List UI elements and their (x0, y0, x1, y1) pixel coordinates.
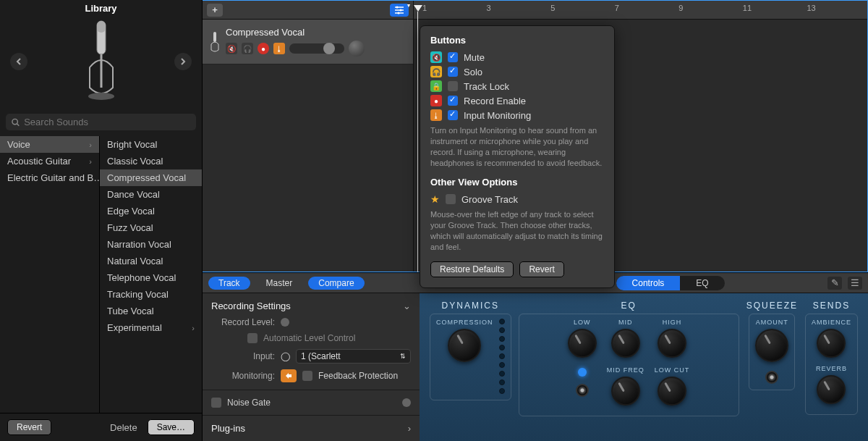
groove-track-label: Groove Track (461, 194, 518, 205)
library-back-button[interactable] (10, 53, 27, 70)
stereo-toggle-icon[interactable]: ◯ (281, 351, 290, 361)
playhead-line (417, 12, 418, 272)
ruler-tick: 1 (422, 4, 427, 12)
preset-item[interactable]: Narration Vocal (100, 236, 202, 253)
svg-point-9 (400, 9, 402, 11)
ruler-tick: 11 (743, 4, 752, 12)
input monitoring-icon: ⭳ (430, 109, 442, 121)
auto-level-checkbox[interactable] (247, 333, 258, 343)
category-item[interactable]: Electric Guitar and B…› (0, 169, 99, 186)
feedback-protection-label: Feedback Protection (318, 371, 398, 381)
popover-monitoring-description: Turn on Input Monitoring to hear sound f… (430, 125, 604, 168)
input-select[interactable]: 1 (Scarlett ⇅ (296, 349, 411, 364)
playhead-icon[interactable] (414, 5, 422, 12)
master-tab[interactable]: Master (256, 277, 303, 290)
category-item[interactable]: Acoustic Guitar› (0, 153, 99, 169)
select-arrows-icon: ⇅ (400, 353, 406, 360)
input monitoring-checkbox[interactable] (448, 110, 458, 120)
monitoring-label: Monitoring: (211, 371, 275, 381)
groove-track-checkbox[interactable] (446, 194, 456, 204)
plugins-section[interactable]: Plug-ins › (211, 423, 411, 434)
sends-title: SENDS (813, 301, 850, 311)
preset-item[interactable]: Edge Vocal (100, 203, 202, 219)
add-track-button[interactable]: + (207, 4, 223, 17)
edit-icon[interactable]: ✎ (827, 277, 842, 290)
eq-low-knob[interactable] (568, 329, 597, 358)
microphone-icon (210, 31, 220, 53)
record-enable-button[interactable]: ● (258, 43, 269, 54)
arrangement-area[interactable]: 135791113 Buttons 🔇Mute🎧Solo🔒Track Lock●… (414, 1, 867, 272)
record enable-checkbox[interactable] (448, 96, 458, 106)
jack-icon (576, 384, 589, 397)
eq-midfreq-label: MID FREQ (607, 366, 644, 374)
category-item[interactable]: Voice› (0, 136, 99, 153)
preset-item[interactable]: Telephone Vocal (100, 269, 202, 286)
ambience-knob[interactable] (817, 329, 846, 358)
microphone-icon (76, 18, 127, 105)
input-value: 1 (Scarlett (301, 351, 341, 361)
library-forward-button[interactable] (174, 53, 192, 70)
track-tab[interactable]: Track (208, 277, 250, 290)
chevron-down-icon[interactable]: ⌄ (403, 301, 411, 311)
restore-defaults-button[interactable]: Restore Defaults (430, 261, 514, 277)
search-field[interactable] (6, 114, 196, 130)
record-level-slider[interactable] (281, 318, 289, 327)
eq-high-knob[interactable] (658, 329, 686, 358)
preset-item[interactable]: Tracking Vocal (100, 286, 202, 303)
mute-button[interactable]: 🔇 (226, 43, 237, 54)
search-input[interactable] (24, 117, 190, 127)
preset-item[interactable]: Bright Vocal (100, 136, 202, 153)
compression-knob[interactable] (448, 329, 481, 362)
chevron-right-icon: › (192, 324, 195, 332)
preset-item[interactable]: Compressed Vocal (100, 169, 202, 186)
mute-checkbox[interactable] (448, 52, 458, 62)
preset-item[interactable]: Classic Vocal (100, 153, 202, 169)
preset-item[interactable]: Natural Vocal (100, 253, 202, 269)
record enable-icon: ● (430, 95, 442, 106)
eq-lowcut-knob[interactable] (658, 377, 686, 406)
timeline-ruler[interactable]: 135791113 (414, 1, 867, 20)
noise-gate-checkbox[interactable] (211, 398, 221, 408)
eq-mid-knob[interactable] (611, 329, 640, 358)
pan-knob[interactable] (349, 41, 365, 56)
ruler-tick: 9 (678, 4, 683, 12)
track-name: Compressed Vocal (226, 27, 407, 41)
library-delete-button[interactable]: Delete (110, 422, 137, 433)
eq-high-label: HIGH (663, 319, 682, 326)
noise-gate-slider[interactable] (402, 398, 411, 407)
popover-revert-button[interactable]: Revert (519, 261, 563, 277)
eq-tab[interactable]: EQ (680, 276, 724, 290)
library-save-button[interactable]: Save… (148, 419, 195, 435)
solo-label: Solo (464, 67, 482, 77)
mute-label: Mute (464, 52, 485, 63)
chevron-right-icon: › (89, 157, 92, 166)
volume-slider[interactable] (289, 43, 344, 54)
eq-midfreq-knob[interactable] (611, 377, 640, 406)
track lock-checkbox[interactable] (448, 81, 458, 91)
controls-tab[interactable]: Controls (616, 276, 681, 290)
preset-item[interactable]: Tube Vocal (100, 303, 202, 319)
inspector-toggle-icon[interactable]: ☰ (848, 277, 862, 290)
preset-item[interactable]: Experimental› (100, 319, 202, 336)
library-revert-button[interactable]: Revert (7, 419, 51, 435)
monitoring-button[interactable] (281, 369, 297, 382)
svg-rect-1 (97, 21, 106, 33)
track-config-button[interactable]: ▾ (390, 4, 409, 17)
ruler-tick: 13 (807, 4, 815, 12)
compare-button[interactable]: Compare (308, 277, 364, 290)
ruler-tick: 3 (487, 4, 491, 12)
solo-icon: 🎧 (430, 66, 442, 77)
record-level-label: Record Level: (211, 317, 275, 327)
preset-item[interactable]: Fuzz Vocal (100, 219, 202, 236)
horizontal-sliders-icon (394, 6, 404, 14)
track-row[interactable]: Compressed Vocal 🔇 🎧 ● ⭳ (203, 20, 413, 64)
squeeze-amount-knob[interactable] (755, 329, 788, 362)
preset-item[interactable]: Dance Vocal (100, 186, 202, 203)
eq-low-indicator-icon (578, 368, 587, 377)
reverb-knob[interactable] (817, 375, 846, 404)
solo-checkbox[interactable] (448, 67, 458, 77)
solo-button[interactable]: 🎧 (242, 43, 253, 54)
feedback-protection-checkbox[interactable] (302, 371, 312, 381)
input-monitoring-button[interactable]: ⭳ (273, 43, 285, 54)
preset-list: Bright VocalClassic VocalCompressed Voca… (100, 136, 202, 413)
